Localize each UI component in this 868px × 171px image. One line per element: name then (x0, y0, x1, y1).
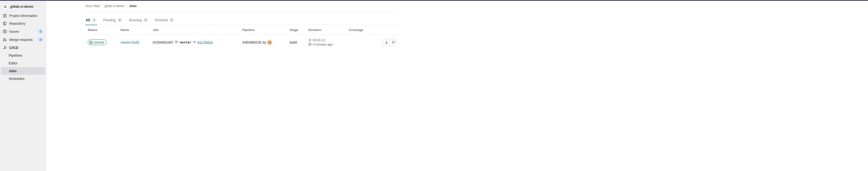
tab-label: Pending (103, 18, 116, 22)
job-id[interactable]: #1556561087 (153, 40, 174, 44)
sidebar-item-label: Repository (9, 22, 25, 25)
col-coverage: Coverage (346, 25, 373, 35)
job-name-link[interactable]: maven-build (121, 40, 139, 44)
project-name: gitlab-ci-demo (10, 5, 33, 8)
sidebar-item-label: CI/CD (9, 46, 19, 50)
chevron-right-icon: › (101, 4, 102, 8)
retry-icon (392, 40, 395, 44)
sidebar: G gitlab-ci-demo Project information Rep… (0, 1, 46, 171)
svg-point-5 (6, 40, 6, 41)
commit-icon (193, 40, 196, 44)
download-icon (384, 40, 388, 44)
sidebar-item-issues[interactable]: Issues 0 (0, 27, 46, 36)
jobs-table: Status Name Job Pipeline Stage Duration … (85, 25, 399, 50)
retry-button[interactable] (390, 39, 397, 46)
tab-count: 1 (169, 18, 174, 22)
subnav-schedules[interactable]: Schedules (0, 75, 46, 83)
finished-ago: 4 minutes ago (313, 42, 333, 46)
sidebar-item-merge-requests[interactable]: Merge requests 0 (0, 36, 46, 44)
svg-point-8 (176, 42, 176, 44)
avatar[interactable] (268, 40, 272, 45)
tab-all[interactable]: All 1 (85, 16, 97, 25)
tab-running[interactable]: Running 0 (129, 16, 149, 25)
tab-label: All (86, 18, 90, 22)
row-actions (383, 39, 397, 46)
col-job: Job (150, 25, 240, 35)
tab-finished[interactable]: Finished 1 (155, 16, 175, 25)
calendar-icon (308, 43, 311, 46)
pipeline-by-label: by (262, 40, 266, 44)
subnav-pipelines[interactable]: Pipelines (0, 52, 46, 59)
info-icon (3, 14, 7, 18)
breadcrumb-project[interactable]: gitlab-ci-demo (104, 4, 124, 8)
tab-label: Running (129, 18, 142, 22)
col-pipeline: Pipeline (240, 25, 287, 35)
svg-point-3 (4, 38, 4, 39)
rocket-icon (3, 46, 7, 50)
download-artifacts-button[interactable] (383, 39, 390, 46)
breadcrumb-current: Jobs (129, 4, 136, 8)
svg-rect-1 (4, 22, 6, 25)
commit-sha-link[interactable]: b1c7bd3a (197, 40, 213, 44)
svg-point-7 (176, 40, 176, 41)
check-circle-icon (89, 41, 93, 44)
sidebar-item-repository[interactable]: Repository (0, 20, 46, 27)
subnav-jobs[interactable]: Jobs (1, 67, 45, 75)
stage-text: build (290, 40, 297, 44)
mr-count-badge: 0 (38, 37, 43, 42)
tab-label: Finished (155, 18, 168, 22)
col-status: Status (85, 25, 118, 35)
tab-count: 1 (92, 18, 97, 22)
subnav-editor[interactable]: Editor (0, 59, 46, 67)
issues-icon (3, 30, 7, 33)
tab-pending[interactable]: Pending 0 (103, 16, 123, 25)
svg-rect-12 (309, 44, 311, 45)
status-badge[interactable]: passed (88, 39, 106, 45)
svg-point-4 (4, 40, 4, 41)
table-row: passed maven-build #1556561087 master (85, 35, 399, 50)
merge-icon (3, 38, 7, 42)
breadcrumb: Seun Matt › gitlab-ci-demo › Jobs (85, 4, 399, 11)
chevron-right-icon: › (126, 4, 127, 8)
sidebar-item-label: Project information (9, 14, 37, 18)
col-stage: Stage (287, 25, 306, 35)
repo-icon (3, 22, 7, 25)
timer-icon (308, 38, 311, 42)
job-tabs: All 1 Pending 0 Running 0 Finished 1 (85, 16, 399, 25)
coverage-cell (346, 35, 373, 50)
project-avatar: G (2, 4, 8, 9)
sidebar-item-label: Merge requests (9, 38, 33, 42)
branch-name[interactable]: master (180, 40, 191, 44)
pipeline-id[interactable]: #363966228 (242, 40, 261, 44)
svg-rect-2 (3, 30, 6, 33)
svg-point-10 (194, 41, 195, 42)
cicd-subnav: Pipelines Editor Jobs Schedules (0, 52, 46, 83)
duration-value: 00:01:12 (313, 38, 325, 42)
tab-count: 0 (117, 18, 122, 22)
issues-count-badge: 0 (38, 29, 43, 34)
project-header[interactable]: G gitlab-ci-demo (0, 2, 46, 12)
col-duration: Duration (306, 25, 346, 35)
sidebar-item-project-info[interactable]: Project information (0, 12, 46, 20)
main-content: Seun Matt › gitlab-ci-demo › Jobs All 1 … (46, 1, 405, 171)
branch-icon (175, 40, 179, 44)
breadcrumb-owner[interactable]: Seun Matt (85, 4, 99, 8)
status-text: passed (94, 40, 104, 44)
sidebar-item-label: Issues (9, 30, 19, 33)
col-name: Name (118, 25, 150, 35)
tab-count: 0 (143, 18, 148, 22)
sidebar-item-cicd[interactable]: CI/CD (0, 44, 46, 52)
